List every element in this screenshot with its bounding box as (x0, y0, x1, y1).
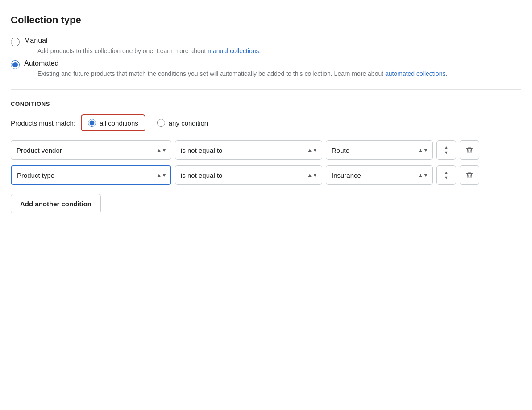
section-divider (11, 89, 521, 90)
delete-button-2[interactable] (460, 165, 479, 185)
match-row: Products must match: all conditions any … (11, 114, 521, 131)
sort-up-icon-1: ▲ (445, 145, 449, 150)
field-select-2[interactable]: Product type Product vendor Product titl… (11, 165, 171, 185)
add-condition-button[interactable]: Add another condition (11, 194, 101, 213)
delete-button-1[interactable] (460, 140, 479, 160)
any-condition-option[interactable]: any condition (151, 115, 214, 130)
sort-button-1[interactable]: ▲ ▼ (436, 140, 456, 160)
operator-select-wrapper-2: is not equal to is equal to contains doe… (175, 165, 322, 185)
collection-type-group: Manual Add products to this collection o… (11, 37, 521, 79)
manual-label[interactable]: Manual (24, 37, 47, 44)
any-condition-label[interactable]: any condition (169, 119, 208, 127)
value-select-wrapper-1: Route ▲▼ (326, 140, 433, 160)
any-condition-radio[interactable] (157, 119, 165, 127)
operator-select-wrapper-1: is not equal to is equal to contains doe… (175, 140, 322, 160)
match-label: Products must match: (11, 119, 75, 127)
value-select-2[interactable]: Insurance (326, 165, 433, 185)
trash-icon-2 (466, 171, 474, 179)
operator-select-2[interactable]: is not equal to is equal to contains doe… (175, 165, 322, 185)
automated-option: Automated Existing and future products t… (11, 59, 521, 79)
condition-row-1: Product vendor Product type Product titl… (11, 140, 521, 160)
manual-description: Add products to this collection one by o… (37, 46, 261, 56)
field-select-wrapper-1: Product vendor Product type Product titl… (11, 140, 171, 160)
manual-radio[interactable] (11, 38, 20, 46)
field-select-wrapper-2: Product type Product vendor Product titl… (11, 165, 171, 185)
automated-radio[interactable] (11, 60, 20, 69)
conditions-heading: CONDITIONS (11, 100, 521, 107)
all-conditions-label[interactable]: all conditions (100, 119, 138, 127)
manual-option: Manual Add products to this collection o… (11, 37, 521, 56)
operator-select-1[interactable]: is not equal to is equal to contains doe… (175, 140, 322, 160)
all-conditions-option[interactable]: all conditions (81, 114, 145, 131)
sort-down-icon-1: ▼ (445, 151, 449, 155)
sort-up-icon-2: ▲ (445, 170, 449, 175)
sort-down-icon-2: ▼ (445, 176, 449, 180)
all-conditions-radio[interactable] (88, 119, 96, 127)
automated-description: Existing and future products that match … (37, 69, 447, 79)
trash-icon-1 (466, 146, 474, 154)
page-title: Collection type (11, 14, 521, 26)
value-select-wrapper-2: Insurance ▲▼ (326, 165, 433, 185)
field-select-1[interactable]: Product vendor Product type Product titl… (11, 140, 171, 160)
value-select-1[interactable]: Route (326, 140, 433, 160)
automated-collections-link[interactable]: automated collections (385, 70, 445, 77)
sort-button-2[interactable]: ▲ ▼ (436, 165, 456, 185)
manual-collections-link[interactable]: manual collections (208, 47, 259, 54)
automated-label[interactable]: Automated (24, 59, 58, 67)
condition-row-2: Product type Product vendor Product titl… (11, 165, 521, 185)
